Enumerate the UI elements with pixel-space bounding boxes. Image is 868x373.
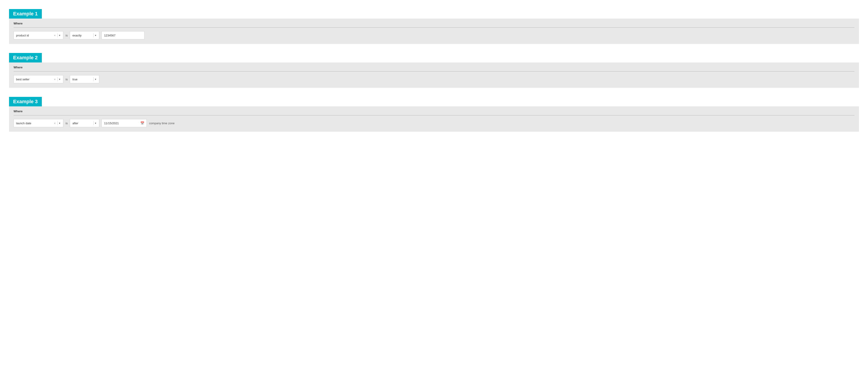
example-2-filter-panel: Where best seller × ▾ is true ▾ — [9, 62, 859, 88]
example-3-operator-select[interactable]: after ▾ — [70, 119, 99, 127]
example-2-field-select[interactable]: best seller × ▾ — [13, 75, 63, 83]
example-1-field-actions: × ▾ — [53, 33, 61, 37]
example-2-operator-chevron[interactable]: ▾ — [94, 78, 97, 81]
example-1-filter-row: product id × ▾ is exactly ▾ — [13, 31, 855, 39]
example-2-field-text: best seller — [16, 78, 51, 81]
example-2-operator-label: is — [66, 78, 68, 81]
example-1-op-vert-divider — [93, 33, 94, 37]
example-1-section: Example 1 Where product id × ▾ is exactl… — [9, 9, 859, 44]
example-1-field-close[interactable]: × — [53, 34, 57, 37]
example-1-field-text: product id — [16, 34, 51, 37]
example-3-field-close[interactable]: × — [53, 121, 57, 125]
example-2-field-close[interactable]: × — [53, 78, 57, 81]
example-3-filter-panel: Where launch date × ▾ is after ▾ — [9, 106, 859, 132]
example-3-field-actions: × ▾ — [53, 121, 61, 125]
example-3-operator-text: after — [72, 121, 92, 125]
example-1-operator-select[interactable]: exactly ▾ — [70, 31, 99, 39]
example-2-label: Example 2 — [9, 53, 42, 62]
example-2-vert-divider — [57, 77, 58, 81]
example-2-operator-text: true — [72, 78, 92, 81]
example-2-op-vert-divider — [93, 77, 94, 81]
example-1-value-input[interactable] — [101, 31, 145, 39]
example-3-op-vert-divider — [93, 121, 94, 125]
example-2-section: Example 2 Where best seller × ▾ is true … — [9, 53, 859, 88]
example-3-date-input[interactable]: 11/15/2021 📅 — [101, 119, 147, 127]
example-1-field-chevron[interactable]: ▾ — [59, 34, 61, 37]
example-3-operator-label: is — [66, 121, 68, 125]
example-1-operator-chevron[interactable]: ▾ — [94, 34, 97, 37]
example-1-operator-text: exactly — [72, 34, 92, 37]
example-3-filter-row: launch date × ▾ is after ▾ 11/15/2021 📅 — [13, 119, 855, 127]
example-3-label: Example 3 — [9, 97, 42, 106]
example-1-operator-label: is — [66, 34, 68, 37]
example-1-where-label: Where — [13, 22, 855, 25]
example-3-where-label: Where — [13, 110, 855, 113]
example-3-field-text: launch date — [16, 121, 51, 125]
example-1-label: Example 1 — [9, 9, 42, 19]
example-3-date-value: 11/15/2021 — [104, 121, 141, 125]
example-2-field-actions: × ▾ — [53, 77, 61, 81]
example-1-vert-divider — [57, 33, 58, 37]
example-2-divider — [13, 71, 855, 71]
example-1-divider — [13, 27, 855, 28]
example-3-field-select[interactable]: launch date × ▾ — [13, 119, 63, 127]
example-2-filter-row: best seller × ▾ is true ▾ — [13, 75, 855, 83]
example-3-field-chevron[interactable]: ▾ — [59, 122, 61, 125]
example-1-field-select[interactable]: product id × ▾ — [13, 31, 63, 39]
example-1-filter-panel: Where product id × ▾ is exactly ▾ — [9, 19, 859, 44]
example-3-timezone-label: company time zone — [149, 121, 175, 125]
calendar-icon: 📅 — [141, 121, 144, 125]
example-2-field-chevron[interactable]: ▾ — [59, 78, 61, 81]
example-3-section: Example 3 Where launch date × ▾ is after… — [9, 97, 859, 132]
example-2-where-label: Where — [13, 66, 855, 69]
example-2-operator-select[interactable]: true ▾ — [70, 75, 99, 83]
example-3-operator-chevron[interactable]: ▾ — [94, 122, 97, 125]
example-3-vert-divider — [57, 121, 58, 125]
